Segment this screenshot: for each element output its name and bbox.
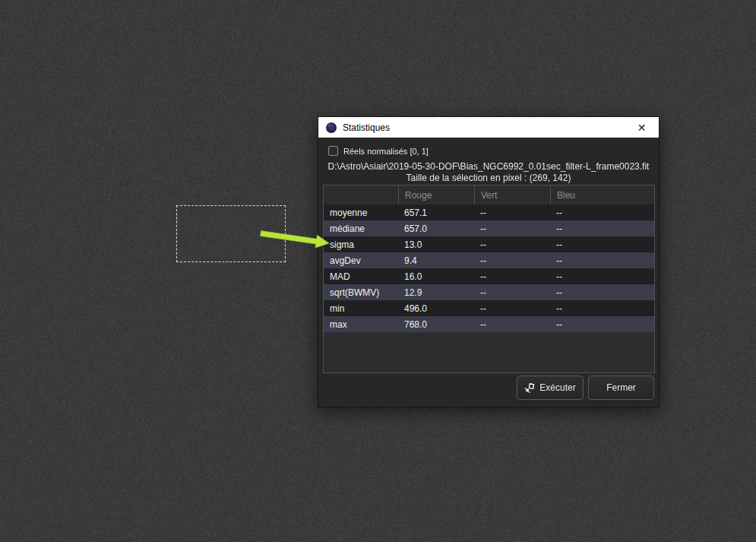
- stat-value-bleu: --: [551, 236, 654, 252]
- reels-normalises-row: Réels normalisés [0, 1]: [328, 146, 429, 156]
- stat-value-vert: --: [475, 284, 551, 300]
- stat-value-vert: --: [475, 268, 551, 284]
- dialog-button-row: Exécuter Fermer: [318, 376, 659, 400]
- execute-button-label: Exécuter: [539, 382, 575, 393]
- stat-label-cell: médiane: [324, 220, 399, 236]
- siril-app-icon: [325, 122, 337, 134]
- stat-value-rouge: 16.0: [399, 268, 475, 284]
- stat-value-bleu: --: [551, 220, 654, 236]
- stat-value-bleu: --: [551, 204, 654, 220]
- fermer-button[interactable]: Fermer: [588, 376, 654, 400]
- table-row[interactable]: médiane657.0----: [324, 220, 654, 236]
- table-header-row: Rouge Vert Bleu: [324, 185, 654, 204]
- annotation-arrow-icon: [255, 228, 334, 252]
- stat-label-cell: sigma: [324, 236, 399, 252]
- table-row[interactable]: avgDev9.4----: [324, 252, 654, 268]
- fermer-button-label: Fermer: [606, 382, 636, 393]
- file-path-text: D:\Astro\Asiair\2019-05-30-DOF\Bias_NGC6…: [318, 161, 659, 172]
- dialog-title: Statistiques: [343, 122, 625, 133]
- stat-label-cell: avgDev: [324, 252, 399, 268]
- stat-label-cell: min: [324, 300, 399, 316]
- dialog-titlebar[interactable]: Statistiques ✕: [318, 117, 659, 138]
- stat-label-cell: sqrt(BWMV): [324, 284, 399, 300]
- table-row[interactable]: min496.0----: [324, 300, 654, 316]
- reels-normalises-label: Réels normalisés [0, 1]: [343, 147, 429, 156]
- siril-app-window: Statistiques ✕ Réels normalisés [0, 1] D…: [0, 0, 756, 542]
- stat-label-cell: moyenne: [324, 204, 399, 220]
- stat-value-rouge: 657.1: [399, 204, 475, 220]
- stat-value-rouge: 496.0: [399, 300, 475, 316]
- stat-value-bleu: --: [551, 316, 654, 332]
- selection-size-text: Taille de la sélection en pixel : (269, …: [318, 173, 659, 183]
- stat-value-vert: --: [475, 252, 551, 268]
- reels-normalises-checkbox[interactable]: [328, 146, 338, 156]
- header-cell-bleu: Bleu: [551, 185, 654, 204]
- header-cell-vert: Vert: [475, 185, 551, 204]
- stat-value-bleu: --: [551, 252, 654, 268]
- header-cell-empty: [324, 185, 399, 204]
- table-body: moyenne657.1----médiane657.0----sigma13.…: [324, 204, 654, 332]
- execute-button[interactable]: Exécuter: [517, 376, 584, 400]
- stat-value-vert: --: [475, 220, 551, 236]
- stat-value-rouge: 9.4: [399, 252, 475, 268]
- stat-value-bleu: --: [551, 284, 654, 300]
- stat-value-rouge: 768.0: [399, 316, 475, 332]
- table-row[interactable]: moyenne657.1----: [324, 204, 654, 220]
- statistics-table: Rouge Vert Bleu moyenne657.1----médiane6…: [323, 185, 655, 373]
- stat-value-bleu: --: [551, 300, 654, 316]
- close-icon[interactable]: ✕: [625, 117, 659, 138]
- table-row[interactable]: max768.0----: [324, 316, 654, 332]
- stat-label-cell: MAD: [324, 268, 399, 284]
- table-row[interactable]: MAD16.0----: [324, 268, 654, 284]
- stat-value-rouge: 12.9: [399, 284, 475, 300]
- stat-value-vert: --: [475, 300, 551, 316]
- stat-value-rouge: 13.0: [399, 236, 475, 252]
- stat-value-bleu: --: [551, 268, 654, 284]
- table-row[interactable]: sigma13.0----: [324, 236, 654, 252]
- stat-value-vert: --: [475, 204, 551, 220]
- statistics-dialog: Statistiques ✕ Réels normalisés [0, 1] D…: [318, 116, 660, 407]
- stat-value-vert: --: [475, 316, 551, 332]
- execute-gears-icon: [524, 382, 536, 394]
- stat-label-cell: max: [324, 316, 399, 332]
- header-cell-rouge: Rouge: [399, 185, 475, 204]
- table-row[interactable]: sqrt(BWMV)12.9----: [324, 284, 654, 300]
- stat-value-vert: --: [475, 236, 551, 252]
- stat-value-rouge: 657.0: [399, 220, 475, 236]
